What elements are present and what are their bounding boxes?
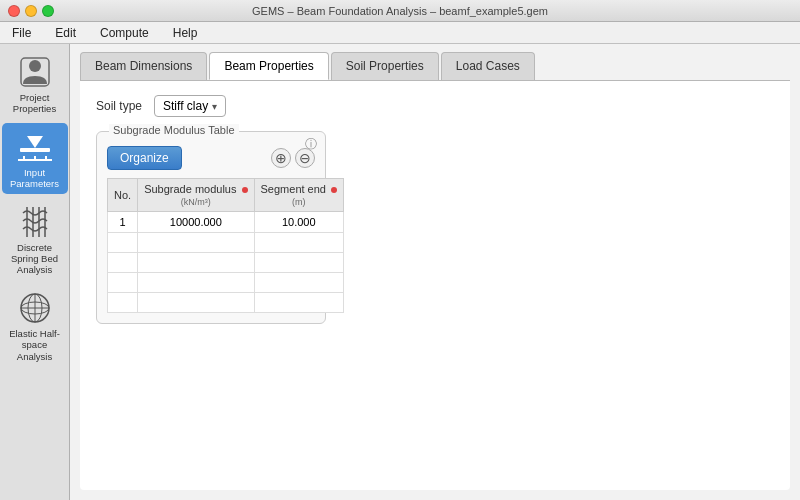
cell-segment-2 [254, 253, 344, 273]
menubar: File Edit Compute Help [0, 22, 800, 44]
cell-segment-3 [254, 273, 344, 293]
tab-soil-properties[interactable]: Soil Properties [331, 52, 439, 80]
close-button[interactable] [8, 5, 20, 17]
soil-type-row: Soil type Stiff clay ▾ [96, 95, 774, 117]
organize-button[interactable]: Organize [107, 146, 182, 170]
cell-subgrade-0[interactable]: 10000.000 [138, 212, 254, 233]
tab-beam-dimensions[interactable]: Beam Dimensions [80, 52, 207, 80]
cell-no-3 [108, 273, 138, 293]
cell-segment-4 [254, 293, 344, 313]
sidebar-item-discrete-spring[interactable]: Discrete Spring Bed Analysis [2, 198, 68, 280]
table-row [108, 233, 344, 253]
table-row: 110000.00010.000 [108, 212, 344, 233]
tab-content: Soil type Stiff clay ▾ Subgrade Modulus … [80, 80, 790, 490]
table-row [108, 293, 344, 313]
cell-segment-1 [254, 233, 344, 253]
cell-subgrade-4 [138, 293, 254, 313]
sidebar-item-elastic-halfspace[interactable]: Elastic Half-space Analysis [2, 284, 68, 366]
input-icon [17, 129, 53, 165]
elastic-icon [17, 290, 53, 326]
panel-toolbar: Organize ⊕ ⊖ [107, 146, 315, 170]
table-row [108, 273, 344, 293]
content-area: Beam Dimensions Beam Properties Soil Pro… [70, 44, 800, 500]
cell-no-0[interactable]: 1 [108, 212, 138, 233]
cell-subgrade-1 [138, 233, 254, 253]
minus-icon: ⊖ [299, 151, 311, 165]
subgrade-table: No. Subgrade modulus (kN/m³) Segment end [107, 178, 344, 313]
soil-type-select[interactable]: Stiff clay ▾ [154, 95, 226, 117]
person-icon [17, 54, 53, 90]
menu-edit[interactable]: Edit [51, 24, 80, 42]
minimize-button[interactable] [25, 5, 37, 17]
titlebar: GEMS – Beam Foundation Analysis – beamf_… [0, 0, 800, 22]
add-row-button[interactable]: ⊕ [271, 148, 291, 168]
tab-load-cases[interactable]: Load Cases [441, 52, 535, 80]
tab-bar: Beam Dimensions Beam Properties Soil Pro… [70, 44, 800, 80]
required-dot-subgrade [242, 187, 248, 193]
svg-rect-2 [20, 148, 50, 152]
window-controls [8, 5, 54, 17]
sidebar-item-input-parameters[interactable]: Input Parameters [2, 123, 68, 194]
cell-segment-0[interactable]: 10.000 [254, 212, 344, 233]
plus-icon: ⊕ [275, 151, 287, 165]
cell-subgrade-2 [138, 253, 254, 273]
sidebar-label-project: Project Properties [4, 92, 66, 115]
maximize-button[interactable] [42, 5, 54, 17]
cell-no-4 [108, 293, 138, 313]
cell-subgrade-3 [138, 273, 254, 293]
tab-beam-properties[interactable]: Beam Properties [209, 52, 328, 80]
col-header-segment: Segment end (m) [254, 179, 344, 212]
sidebar: Project Properties Input Parameters [0, 44, 70, 500]
panel-title: Subgrade Modulus Table [109, 124, 239, 136]
sidebar-label-elastic: Elastic Half-space Analysis [4, 328, 66, 362]
menu-help[interactable]: Help [169, 24, 202, 42]
cell-no-1 [108, 233, 138, 253]
soil-type-value: Stiff clay [163, 99, 208, 113]
col-header-no: No. [108, 179, 138, 212]
svg-marker-3 [27, 136, 43, 148]
window-title: GEMS – Beam Foundation Analysis – beamf_… [252, 5, 548, 17]
svg-point-0 [29, 60, 41, 72]
spring-icon [17, 204, 53, 240]
main-layout: Project Properties Input Parameters [0, 44, 800, 500]
col-header-subgrade: Subgrade modulus (kN/m³) [138, 179, 254, 212]
table-row [108, 253, 344, 273]
info-icon[interactable]: ⓘ [305, 136, 317, 153]
cell-no-2 [108, 253, 138, 273]
menu-file[interactable]: File [8, 24, 35, 42]
sidebar-item-project-properties[interactable]: Project Properties [2, 48, 68, 119]
required-dot-segment [331, 187, 337, 193]
soil-type-label: Soil type [96, 99, 142, 113]
sidebar-label-spring: Discrete Spring Bed Analysis [4, 242, 66, 276]
chevron-down-icon: ▾ [212, 101, 217, 112]
menu-compute[interactable]: Compute [96, 24, 153, 42]
sidebar-label-input: Input Parameters [4, 167, 66, 190]
subgrade-modulus-panel: Subgrade Modulus Table ⓘ Organize ⊕ ⊖ [96, 131, 326, 324]
